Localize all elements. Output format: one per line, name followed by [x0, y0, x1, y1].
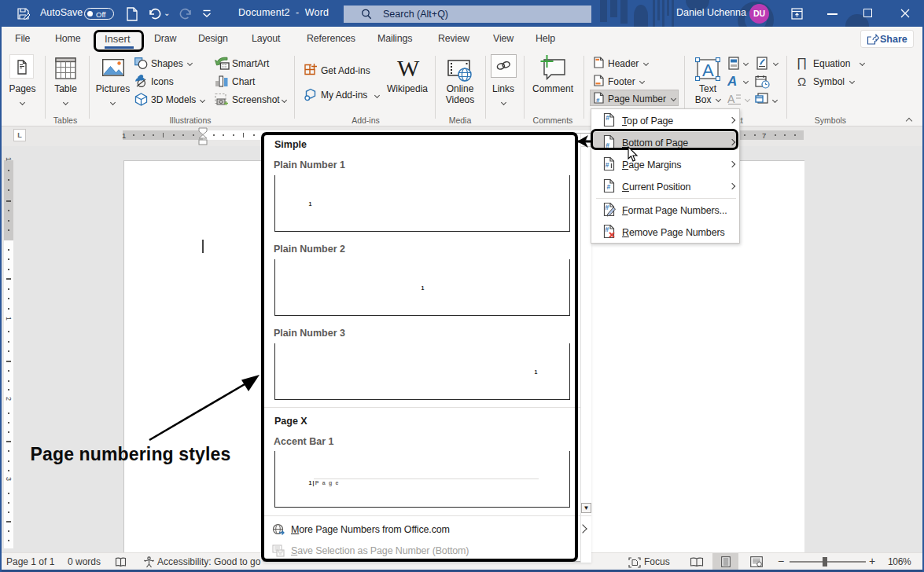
svg-text:A: A: [727, 93, 735, 105]
svg-text:#: #: [606, 114, 609, 122]
svg-text:#: #: [606, 226, 609, 233]
svg-text:#: #: [607, 183, 611, 191]
svg-text:#: #: [596, 97, 600, 104]
svg-text:A: A: [702, 60, 714, 80]
svg-text:A: A: [727, 75, 737, 88]
svg-text:#: #: [606, 204, 609, 211]
svg-text:#: #: [606, 161, 609, 169]
